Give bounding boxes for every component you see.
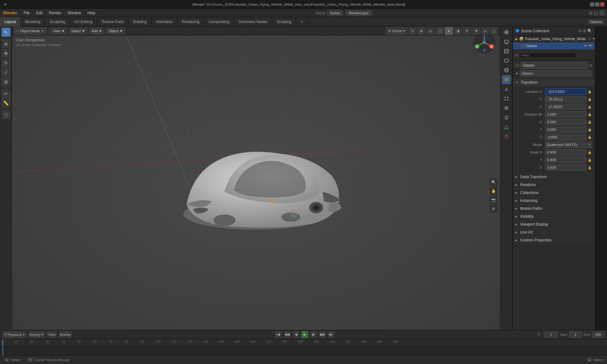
prop-icon-physics[interactable]	[502, 104, 511, 112]
line-art-header[interactable]: ▶ Line Art	[513, 228, 595, 236]
maximize-btn[interactable]: □	[595, 2, 599, 7]
outliner-glases-item[interactable]: ⬡ Glases 👁 📷	[513, 42, 595, 49]
rotation-w-field[interactable]: 1.000	[545, 111, 586, 118]
transform-section-header[interactable]: ▼ Transform	[513, 79, 595, 86]
renderlayer-dropdown[interactable]: RenderLayer	[346, 10, 372, 15]
shading-mode-material[interactable]: ◑	[454, 27, 462, 35]
prop-icon-modifier[interactable]	[502, 85, 511, 94]
prop-icon-viewlayer[interactable]	[502, 47, 511, 56]
mouse-btn-middle[interactable]: ⊕	[27, 357, 34, 362]
instancing-header[interactable]: ▶ Instancing	[513, 197, 595, 204]
location-x-field[interactable]: -103.93052	[545, 88, 586, 95]
scale-y-field[interactable]: 0.839	[545, 157, 586, 163]
object-options-btn[interactable]: ⊟	[590, 64, 592, 67]
rotation-y-field[interactable]: 0.000	[545, 126, 586, 133]
tool-select[interactable]: ↖	[2, 28, 10, 37]
prop-icon-scene[interactable]	[502, 56, 511, 65]
rotation-x-lock-icon[interactable]: 🔒	[588, 120, 592, 124]
timeline-view-btn[interactable]: View	[47, 331, 57, 338]
end-frame-input[interactable]	[592, 331, 604, 338]
tool-move[interactable]: ✥	[2, 49, 10, 58]
timeline-track[interactable]: 1 10 20 30 40 50 60 70 80 90 100 110 120…	[0, 339, 607, 355]
custom-properties-header[interactable]: ▶ Custom Properties	[513, 236, 595, 244]
header-icon-1[interactable]: ⊟	[589, 10, 592, 15]
mouse-btn-left[interactable]: ●	[4, 358, 10, 362]
global-local-toggle[interactable]: ⊕ Global ▼	[386, 27, 408, 35]
workspace-shading[interactable]: Shading	[128, 17, 151, 27]
object-menu-btn[interactable]: Object ▼	[106, 27, 126, 34]
workspace-animation[interactable]: Animation	[151, 17, 177, 27]
collections-header[interactable]: ▶ Collections	[513, 189, 595, 197]
menu-window[interactable]: Window	[64, 9, 84, 17]
viewport-canvas[interactable]: User Perspective (1) Scene Collection | …	[12, 27, 500, 337]
shading-mode-rendered[interactable]: ☀	[463, 27, 471, 35]
prop-icon-output[interactable]	[502, 37, 511, 46]
outliner-eye-icon[interactable]: 👁	[588, 37, 592, 41]
relations-header[interactable]: ▶ Relations	[513, 181, 595, 189]
workspace-sculpting[interactable]: Sculpting	[45, 17, 70, 27]
snap-toggle[interactable]: ⊗	[417, 27, 426, 35]
tool-rotate[interactable]: ↻	[2, 58, 10, 67]
close-btn[interactable]: ✕	[600, 2, 604, 7]
rotation-x-field[interactable]: 0.000	[545, 119, 586, 125]
outliner-search-btn[interactable]: 🔍	[587, 29, 592, 33]
scale-x-lock-icon[interactable]: 🔒	[588, 151, 592, 154]
delta-transform-header[interactable]: ▶ Delta Transform	[513, 173, 595, 181]
location-z-field[interactable]: -17.28297	[545, 104, 586, 110]
shading-mode-wire[interactable]: ◫	[436, 27, 444, 35]
start-frame-input[interactable]	[569, 331, 582, 338]
object-mode-dropdown[interactable]: ⬡ Object Mode ▼	[14, 27, 46, 34]
scale-z-field[interactable]: 0.839	[545, 164, 586, 171]
prop-icon-render[interactable]	[502, 28, 511, 37]
scale-x-field[interactable]: 0.839	[545, 149, 586, 155]
overlay-toggle[interactable]: ⧈	[481, 27, 489, 35]
orbit-btn[interactable]: 📷	[489, 196, 498, 204]
location-x-lock-icon[interactable]: 🔒	[588, 90, 592, 94]
workspace-uv-editing[interactable]: UV Editing	[70, 17, 97, 27]
outliner-glases-render[interactable]: 📷	[588, 44, 592, 48]
outliner-filter-btn[interactable]: ⊟	[579, 29, 582, 33]
minimize-btn[interactable]: —	[590, 2, 594, 7]
next-frame-btn[interactable]: ▶	[310, 331, 317, 338]
motion-paths-header[interactable]: ▶ Motion Paths	[513, 205, 595, 212]
marker-btn[interactable]: Marker	[59, 331, 72, 338]
prop-icon-object[interactable]	[502, 75, 511, 84]
jump-end-btn[interactable]: ▶|	[328, 331, 335, 338]
options-btn[interactable]: Options	[587, 19, 604, 24]
next-keyframe-btn[interactable]: ▶▶	[319, 331, 326, 338]
zoom-camera-btn[interactable]: 🔍	[489, 178, 498, 186]
proportional-edit[interactable]: ⊙	[408, 27, 417, 35]
workspace-layout[interactable]: Layout	[0, 17, 21, 27]
workspace-modeling[interactable]: Modeling	[21, 17, 45, 27]
scene-dropdown[interactable]: Scene	[327, 10, 343, 15]
3d-model[interactable]	[161, 116, 351, 236]
shading-mode-solid[interactable]: ●	[445, 27, 453, 35]
properties-search-input[interactable]	[519, 52, 576, 58]
header-icon-3[interactable]: ⬛	[599, 10, 604, 15]
workspace-add[interactable]: +	[296, 17, 308, 27]
workspace-rendering[interactable]: Rendering	[177, 17, 204, 27]
xray-toggle[interactable]: ◻	[490, 27, 498, 35]
menu-blender[interactable]: Blender	[0, 9, 21, 17]
visibility-header[interactable]: ▶ Visibility	[513, 213, 595, 220]
timeline-playhead[interactable]	[3, 339, 3, 355]
rotation-z-field[interactable]: -0.000	[545, 134, 586, 140]
prop-icon-objdata[interactable]	[502, 123, 511, 131]
viewport[interactable]: ⬡ Object Mode ▼ View ▼ Select ▼ Add ▼ Ob…	[12, 27, 500, 337]
object-name-input[interactable]	[520, 62, 588, 69]
menu-file[interactable]: File	[21, 9, 33, 17]
jump-start-btn[interactable]: |◀	[275, 331, 282, 338]
workspace-geometry-nodes[interactable]: Geometry Nodes	[234, 17, 272, 27]
timeline-track-bg[interactable]	[0, 345, 607, 355]
camera-to-view-btn[interactable]: ⊞	[489, 205, 498, 213]
add-menu-btn[interactable]: Add ▼	[89, 27, 105, 34]
timeline-menu-btn[interactable]: ⏱ Playback ▼	[3, 331, 27, 338]
rotation-mode-dropdown[interactable]: Quaternion (WXYZ) ▼	[545, 142, 592, 148]
proportional-falloff[interactable]: ◎	[426, 27, 434, 35]
workspace-scripting[interactable]: Scripting	[272, 17, 296, 27]
menu-render[interactable]: Render	[46, 9, 64, 17]
outliner-glases-eye[interactable]: 👁	[584, 44, 587, 48]
play-btn[interactable]: ▶	[301, 331, 308, 338]
tool-transform[interactable]: ⊞	[2, 77, 10, 86]
location-z-lock-icon[interactable]: 🔒	[588, 105, 592, 109]
